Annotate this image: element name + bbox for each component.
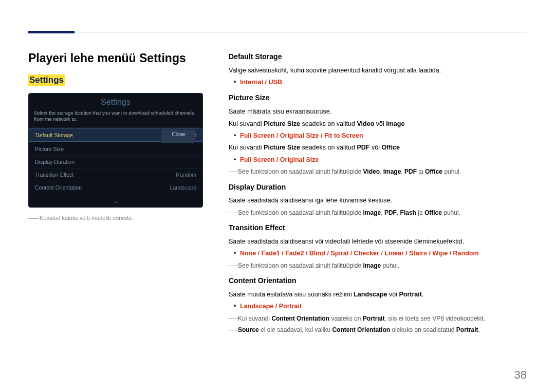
settings-mock-panel: Settings Select the storage location tha…: [28, 93, 203, 208]
mock-title: Settings: [29, 94, 202, 110]
heading-transition-effect: Transition Effect: [229, 222, 527, 234]
heading-default-storage: Default Storage: [229, 51, 527, 63]
right-column: Default Storage Valige salvestuskoht, ku…: [229, 51, 527, 337]
text: Saate määrata sisu ekraanisuuruse.: [229, 107, 527, 117]
text: Kui suvandi Picture Size seadeks on vali…: [229, 119, 527, 129]
note: See funktsioon on saadaval ainult failit…: [229, 167, 527, 177]
page-number: 38: [514, 368, 527, 382]
mock-caption: Kuvatud kujutis võib mudeliti erineda.: [28, 215, 208, 221]
text: Saate seadistada slaidiseansi või videof…: [229, 237, 527, 247]
mock-description: Select the storage location that you wan…: [29, 110, 202, 127]
mock-row-picture-size: Picture Size: [29, 143, 202, 156]
note: See funktsioon on saadaval ainult failit…: [229, 261, 527, 271]
section-heading: Settings: [28, 74, 65, 86]
note: Kui suvandi Content Orientation vaateks …: [229, 314, 527, 324]
heading-picture-size: Picture Size: [229, 92, 527, 104]
mock-row-value: Random: [176, 172, 196, 178]
note: See funktsioon on saadaval ainult failit…: [229, 208, 527, 218]
text: Valige salvestuskoht, kuhu soovite plane…: [229, 66, 527, 76]
option-list: Full Screen / Original Size: [240, 156, 319, 163]
mock-row-display-duration: Display Duration: [29, 156, 202, 169]
mock-row-content-orientation: Content Orientation Landscape: [29, 181, 202, 194]
chevron-down-icon: ⌄: [29, 194, 202, 207]
left-column: Playeri lehe menüü Settings Settings Set…: [28, 51, 208, 337]
mock-row-label: Transition Effect: [35, 172, 73, 178]
mock-close-button: Close: [161, 129, 195, 143]
mock-row-label: Default Storage: [35, 132, 73, 138]
text: Saate muuta esitatava sisu suunaks režii…: [229, 290, 527, 300]
page-heading: Playeri lehe menüü Settings: [28, 51, 208, 65]
text: Saate seadistada slaidiseansi iga lehe k…: [229, 196, 527, 206]
heading-content-orientation: Content Orientation: [229, 275, 527, 287]
option-list: Full Screen / Original Size / Fit to Scr…: [240, 132, 363, 139]
top-accent: [28, 31, 75, 33]
mock-row-label: Content Orientation: [35, 184, 82, 191]
mock-row-value: Landscape: [170, 184, 196, 191]
option-list: None / Fade1 / Fade2 / Blind / Spiral / …: [240, 250, 479, 257]
top-rule: [28, 32, 527, 32]
mock-row-label: Display Duration: [35, 159, 75, 165]
heading-display-duration: Display Duration: [229, 182, 527, 193]
option-list: Internal / USB: [240, 79, 282, 86]
option-list: Landscape / Portrait: [240, 303, 302, 310]
note: Source ei ole saadaval, kui valiku Conte…: [229, 325, 527, 335]
mock-row-label: Picture Size: [35, 146, 64, 152]
mock-row-transition-effect: Transition Effect Random: [29, 169, 202, 181]
text: Kui suvandi Picture Size seadeks on vali…: [229, 143, 527, 153]
